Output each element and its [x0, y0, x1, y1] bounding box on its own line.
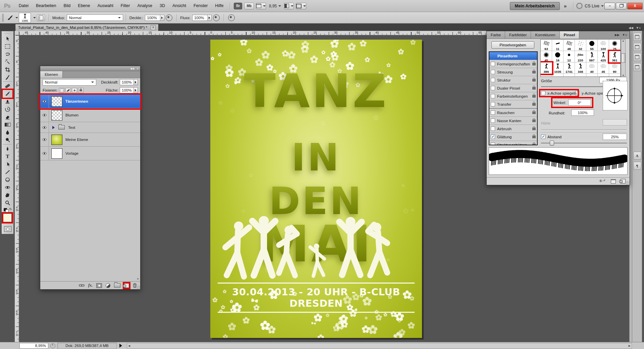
hand-tool[interactable] [3, 191, 12, 199]
tab-ebenen[interactable]: Ebenen [40, 71, 63, 78]
document-canvas[interactable]: TANZINDENMAI 30.04.2013 - 20 UHR - B-CLU… [210, 40, 422, 338]
angle-field[interactable]: 0° [568, 99, 591, 106]
layer-blend-mode-select[interactable]: Normal [43, 79, 96, 86]
menu-auswahl[interactable]: Auswahl [94, 0, 117, 12]
brush-tip-45[interactable]: 45 [541, 51, 552, 62]
brush-section-struktur-sch-tzen[interactable]: Struktur schützen [489, 141, 537, 145]
open-preset-manager-icon[interactable] [611, 179, 616, 184]
tab-farbfelder[interactable]: Farbfelder [505, 31, 531, 39]
brush-tip-row4-25[interactable] [586, 74, 598, 77]
brush-tip-40[interactable]: 40 [586, 62, 598, 74]
section-checkbox[interactable] [491, 127, 495, 131]
visibility-toggle[interactable] [40, 133, 49, 146]
menu-fenster[interactable]: Fenster [190, 0, 211, 12]
section-checkbox[interactable] [491, 143, 495, 145]
flip-x-checkbox[interactable] [541, 91, 545, 95]
brush-grid-scrollbar[interactable]: ▲▼ [621, 39, 626, 77]
zoom-tool[interactable] [3, 199, 12, 207]
restore-button[interactable] [616, 3, 627, 9]
brush-tip-90[interactable]: 90 [609, 62, 621, 74]
new-group-icon[interactable] [114, 283, 120, 288]
section-checkbox[interactable]: ✓ [491, 135, 495, 139]
layer-thumbnail[interactable] [51, 148, 62, 159]
lock-icon[interactable] [532, 63, 536, 65]
brush-section-streuung[interactable]: Streuung [489, 68, 537, 76]
foreground-color-swatch[interactable] [3, 213, 12, 222]
angle-control[interactable]: Winkel: 0° [552, 98, 592, 107]
lock-icon[interactable] [532, 87, 536, 90]
brush-tip-row4-26[interactable] [598, 74, 609, 77]
brush-tip-row4-22[interactable] [552, 74, 564, 77]
brush-tip-32[interactable]: 32 [575, 40, 586, 51]
roundness-field[interactable]: 100% [571, 109, 594, 116]
clone-stamp-tool[interactable] [3, 98, 12, 105]
zoom-level-control[interactable]: 8,95 [269, 4, 281, 8]
lock-icon[interactable] [532, 128, 536, 130]
document-tab[interactable]: Tutorial_Plakat_Tanz_in_den_Mai.psd bei … [15, 24, 159, 31]
menu-bild[interactable]: Bild [60, 0, 74, 12]
brush-tip-16[interactable]: 16 [552, 51, 564, 62]
layer-row-vorlage[interactable]: Vorlage [40, 147, 140, 160]
lock-icon[interactable] [532, 144, 536, 146]
layer-row-t-nzerinnen[interactable]: Tänzerinnen [40, 95, 140, 108]
brush-section-gl-ttung[interactable]: ✓Glättung [489, 133, 537, 141]
new-layer-icon[interactable] [124, 283, 129, 288]
brush-section-pinselform[interactable]: Pinselform [489, 52, 537, 60]
brush-tip-48[interactable]: 48 [564, 40, 575, 51]
eraser-tool[interactable] [3, 113, 12, 121]
flow-spinner[interactable] [208, 15, 212, 21]
status-menu-arrow[interactable] [119, 344, 124, 348]
workspace-overflow-chevrons[interactable]: » [564, 3, 567, 9]
section-checkbox[interactable] [491, 62, 495, 66]
link-layers-icon[interactable] [79, 284, 85, 287]
brush-section-farbeinstellungen[interactable]: Farbeinstellungen [489, 92, 537, 100]
blur-tool[interactable] [3, 129, 12, 136]
character-panel-icon[interactable]: A [633, 152, 641, 160]
toggle-live-preview-icon[interactable] [599, 179, 606, 184]
spacing-field[interactable]: 25% [603, 134, 627, 140]
type-tool[interactable]: T [3, 153, 12, 160]
reset-size-icon[interactable]: ↻ [589, 41, 594, 47]
brush-tip-346[interactable]: 346 [575, 62, 586, 74]
opacity-pressure-icon[interactable] [166, 14, 172, 21]
tab-menu-icon[interactable]: ▼≡ [636, 26, 641, 30]
dodge-tool[interactable] [3, 136, 12, 144]
brush-tip-597[interactable]: 597 [586, 51, 598, 62]
rectangular-marquee-tool[interactable] [3, 43, 12, 50]
menu-3d[interactable]: 3D [156, 0, 169, 12]
history-brush-tool[interactable] [3, 105, 12, 113]
visibility-toggle[interactable] [40, 147, 49, 160]
layer-row-blumen[interactable]: Blumen [40, 108, 140, 122]
section-checkbox[interactable] [491, 78, 495, 82]
menu-ebene[interactable]: Ebene [74, 0, 94, 12]
bridge-button[interactable]: Br [234, 3, 242, 9]
brush-tip-row4-21[interactable] [541, 74, 552, 77]
info-panel-icon[interactable] [633, 53, 641, 61]
menu-ansicht[interactable]: Ansicht [169, 0, 190, 12]
panel-resize-grip[interactable] [626, 181, 629, 185]
menu-datei[interactable]: Datei [15, 0, 32, 12]
visibility-toggle[interactable] [40, 122, 49, 133]
lock-icon[interactable] [532, 79, 536, 82]
minimize-button[interactable]: – [604, 3, 615, 9]
tab-pinsel[interactable]: Pinsel [560, 31, 580, 39]
brush-section-transfer[interactable]: Transfer [489, 100, 537, 109]
toggle-brush-panel-button[interactable] [37, 14, 45, 21]
section-checkbox[interactable] [491, 70, 495, 74]
rotate-3d-tool[interactable] [3, 176, 12, 184]
lasso-tool[interactable] [3, 50, 12, 58]
close-button[interactable]: X [627, 3, 643, 9]
add-layer-mask-icon[interactable] [96, 283, 102, 288]
section-checkbox[interactable] [491, 94, 495, 98]
layer-thumbnail[interactable] [51, 96, 62, 107]
expand-group-icon[interactable] [52, 126, 56, 129]
magic-wand-tool[interactable] [3, 58, 12, 66]
layers-panel-titlebar[interactable]: ◀◀ × [40, 66, 140, 71]
expand-panels-icon[interactable]: ▶▶ [615, 33, 620, 37]
lock-icon[interactable] [532, 111, 536, 114]
collapse-panel-icon[interactable]: ◀◀ [130, 67, 134, 70]
brush-section-airbrush[interactable]: Airbrush [489, 125, 537, 133]
pen-tool[interactable] [3, 145, 12, 153]
view-extras-button[interactable] [256, 3, 266, 9]
brush-preset-preview[interactable]: 1986 [19, 13, 31, 23]
